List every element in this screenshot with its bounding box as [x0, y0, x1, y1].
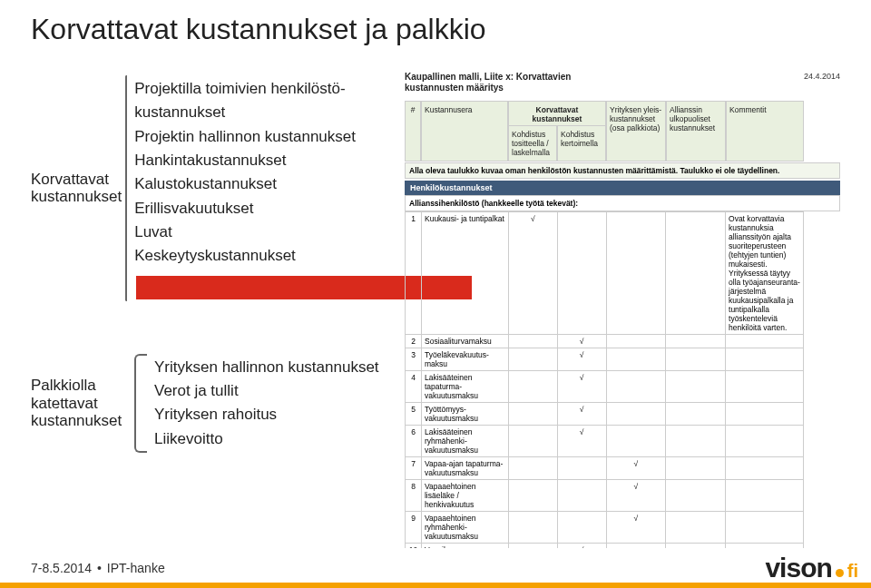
left-column: Korvattavat kustannukset Projektilla toi…	[31, 72, 385, 557]
th-external: Allianssin ulkopuoliset kustannukset	[666, 101, 726, 162]
logo-text: vison	[765, 553, 831, 583]
list-item: Verot ja tullit	[154, 379, 379, 403]
list-item: Liikevoitto	[154, 427, 379, 451]
sheet-header: # Kustannusera Korvattavat kustannukset …	[405, 101, 840, 162]
table-row: 4Lakisääteinen tapaturma-vakuutusmaksu√	[406, 371, 804, 403]
brace-group-fee: Palkkiolla katettavat kustannukset Yrity…	[31, 350, 385, 456]
table-row: 2Sosiaaliturvamaksu√	[406, 335, 804, 348]
brace-label: Korvattavat kustannukset	[31, 171, 122, 206]
th-num: #	[405, 101, 421, 162]
footer-label: IPT-hanke	[107, 561, 165, 575]
table-row: 6Lakisääteinen ryhmähenki-vakuutusmaksu√	[406, 426, 804, 457]
brace-label: Palkkiolla katettavat kustannukset	[31, 377, 131, 430]
table-row: 8Vapaaehtoinen lisäeläke / henkivakuutus…	[406, 480, 804, 512]
logo: vison fi	[765, 553, 871, 583]
sheet-note: Alla oleva taulukko kuvaa oman henkilöst…	[405, 162, 840, 179]
footer-accent-bar	[0, 583, 871, 588]
th-group: Korvattavat kustannukset	[508, 101, 606, 125]
list-item: Yrityksen hallinnon kustannukset	[154, 356, 379, 379]
brace-icon	[125, 75, 127, 301]
th-overhead: Yrityksen yleis-kustannukset (osa palkki…	[606, 101, 666, 162]
th-receipt: Kohdistus tositteella / laskelmalla	[508, 125, 557, 162]
table-row: 5Työttömyys-vakuutusmaksu√	[406, 403, 804, 426]
table-row: 9Vapaaehtoinen ryhmähenki-vakuutusmaksu√	[406, 512, 804, 544]
sheet-title: Kaupallinen malli, Liite x: Korvattavien…	[405, 72, 622, 93]
table-row: 7Vapaa-ajan tapaturma-vakuutusmaksu√	[406, 457, 804, 480]
table-row: 3Työeläkevakuutus-maksu√	[406, 348, 804, 371]
logo-tld: fi	[847, 561, 858, 582]
brace-items: Yrityksen hallinnon kustannukset Verot j…	[154, 350, 379, 456]
sheet-table: 1Kuukausi- ja tuntipalkat√Ovat korvattav…	[405, 211, 804, 557]
brace-group-reimbursable: Korvattavat kustannukset Projektilla toi…	[31, 72, 385, 305]
th-comments: Kommentit	[726, 101, 804, 162]
footer-date: 7-8.5.2014	[31, 561, 92, 575]
table-row: 1Kuukausi- ja tuntipalkat√Ovat korvattav…	[406, 212, 804, 335]
sheet-subsection: Allianssihenkilöstö (hankkeelle työtä te…	[405, 195, 840, 211]
logo-dot-icon	[836, 569, 844, 577]
sheet-date: 24.4.2014	[804, 72, 840, 81]
brace-icon	[134, 354, 147, 453]
footer-left: 7-8.5.2014 • IPT-hanke	[0, 561, 165, 575]
content-row: Korvattavat kustannukset Projektilla toi…	[31, 72, 840, 557]
slide: Korvattavat kustannukset ja palkkio Korv…	[0, 0, 871, 588]
th-name: Kustannusera	[421, 101, 508, 162]
spreadsheet-thumb: 24.4.2014 Kaupallinen malli, Liite x: Ko…	[405, 72, 840, 557]
list-item: Yrityksen rahoitus	[154, 403, 379, 426]
page-title: Korvattavat kustannukset ja palkkio	[31, 13, 840, 46]
th-factor: Kohdistus kertoimella	[557, 125, 606, 162]
sheet-section: Henkilökustannukset	[405, 181, 840, 195]
